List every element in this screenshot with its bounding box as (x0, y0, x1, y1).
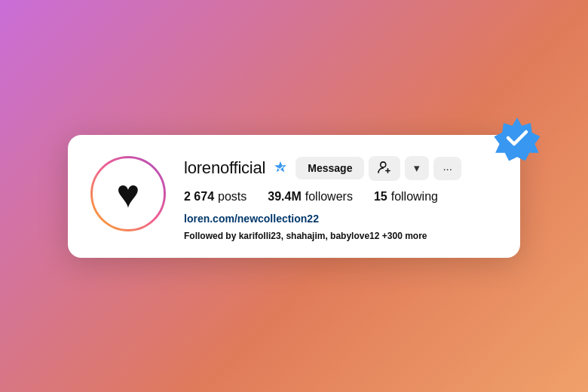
following-stat: 15 following (374, 190, 438, 204)
add-person-icon (378, 161, 391, 176)
avatar-heart-icon: ♥ (117, 174, 140, 213)
following-count: 15 (374, 190, 387, 204)
profile-header: lorenofficial Message (184, 156, 498, 181)
stats-row: 2 674 posts 39.4M followers 15 following (184, 190, 498, 204)
chevron-down-icon: ▾ (414, 161, 420, 175)
posts-label: posts (218, 190, 247, 204)
following-label: following (391, 190, 438, 204)
followers-stat: 39.4M followers (268, 190, 353, 204)
profile-card-wrapper: ♥ lorenofficial Message (68, 135, 520, 258)
posts-stat: 2 674 posts (184, 190, 247, 204)
message-button[interactable]: Message (296, 157, 364, 179)
profile-actions: Message ▾ ··· (296, 156, 461, 181)
followed-by-more: +300 more (382, 231, 427, 241)
follow-button[interactable] (369, 156, 400, 181)
verified-badge-large-icon (493, 114, 541, 162)
username: lorenofficial (184, 158, 265, 178)
profile-info: lorenofficial Message (184, 156, 498, 241)
posts-count: 2 674 (184, 190, 214, 204)
followers-count: 39.4M (268, 190, 301, 204)
followed-by-text: Followed by (184, 231, 236, 241)
followed-by-accounts: karifolli23, shahajim, babylove12 (239, 231, 380, 241)
more-icon: ··· (443, 162, 452, 175)
followers-label: followers (305, 190, 353, 204)
profile-card: ♥ lorenofficial Message (68, 135, 520, 258)
avatar-inner: ♥ (93, 158, 164, 229)
chevron-button[interactable]: ▾ (405, 156, 429, 180)
avatar-ring: ♥ (90, 156, 166, 231)
svg-point-0 (381, 161, 386, 167)
more-button[interactable]: ··· (433, 157, 461, 180)
followed-by: Followed by karifolli23, shahajim, babyl… (184, 231, 498, 241)
verified-badge-small-icon (273, 161, 288, 176)
website-link[interactable]: loren.com/newcollection22 (184, 213, 498, 225)
